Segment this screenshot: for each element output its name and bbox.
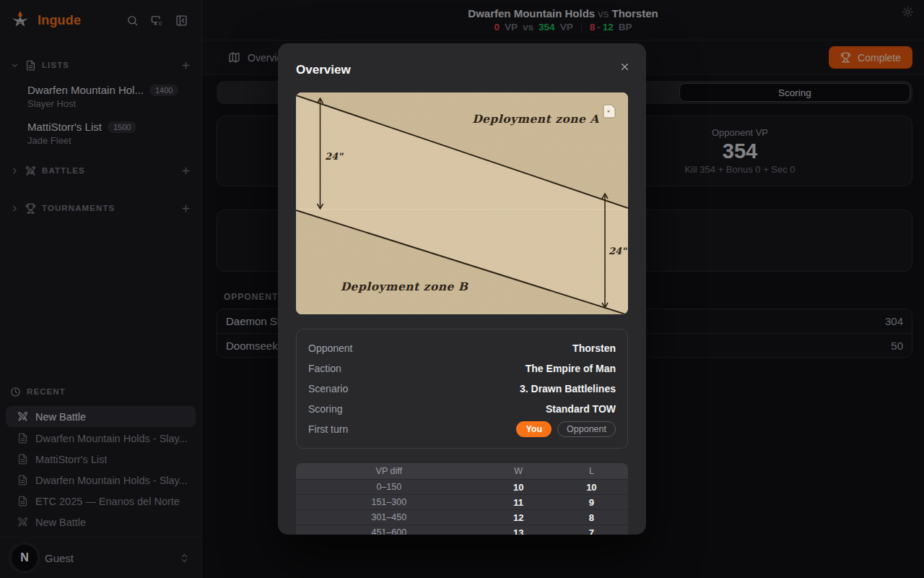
battle-details-card: Opponent Thorsten Faction The Empire of … bbox=[296, 329, 628, 449]
detail-row-scenario: Scenario 3. Drawn Battlelines bbox=[308, 379, 616, 399]
vp-range: 0–150 bbox=[296, 482, 482, 492]
modal-title: Overview bbox=[296, 61, 628, 79]
detail-value: The Empire of Man bbox=[526, 363, 616, 374]
w-value: 13 bbox=[482, 527, 555, 535]
detail-row-first-turn: First turn You Opponent bbox=[308, 419, 616, 439]
vp-range: 301–450 bbox=[296, 512, 482, 522]
table-row: 451–600 13 7 bbox=[296, 525, 628, 535]
detail-row-opponent: Opponent Thorsten bbox=[308, 338, 616, 358]
map-note-icon[interactable] bbox=[603, 105, 615, 118]
first-turn-you-button[interactable]: You bbox=[516, 421, 552, 437]
detail-label: Faction bbox=[308, 363, 341, 374]
overview-modal: Overview bbox=[278, 43, 646, 535]
measure-label-left: 24" bbox=[325, 151, 344, 162]
close-icon[interactable] bbox=[614, 56, 635, 77]
zone-a-label: Deployment zone A bbox=[472, 112, 599, 126]
vp-diff-table: VP diff W L 0–150 10 10 151–300 11 9 301… bbox=[296, 463, 628, 535]
detail-label: Scenario bbox=[308, 383, 348, 394]
w-value: 12 bbox=[482, 512, 555, 523]
vp-range: 451–600 bbox=[296, 527, 482, 535]
l-value: 7 bbox=[555, 527, 628, 535]
modal-header: Overview bbox=[278, 43, 646, 92]
detail-value: Standard TOW bbox=[546, 403, 616, 415]
table-row: 301–450 12 8 bbox=[296, 509, 628, 525]
detail-value: 3. Drawn Battlelines bbox=[520, 383, 616, 394]
detail-label: First turn bbox=[308, 423, 348, 435]
l-value: 8 bbox=[555, 512, 628, 523]
table-row: 151–300 11 9 bbox=[296, 494, 628, 509]
col-vp-diff: VP diff bbox=[296, 466, 482, 476]
l-value: 9 bbox=[555, 497, 628, 508]
measure-label-right: 24" bbox=[609, 246, 627, 256]
vp-table-header: VP diff W L bbox=[296, 463, 628, 479]
deployment-map: 24" 24" Deployment zone A Deployment zon… bbox=[296, 92, 628, 314]
detail-label: Scoring bbox=[308, 403, 342, 415]
table-row: 0–150 10 10 bbox=[296, 479, 628, 494]
zone-b-label: Deployment zone B bbox=[341, 280, 469, 293]
detail-row-scoring: Scoring Standard TOW bbox=[308, 399, 616, 419]
detail-row-faction: Faction The Empire of Man bbox=[308, 358, 616, 379]
w-value: 11 bbox=[482, 497, 555, 508]
detail-value: Thorsten bbox=[572, 342, 616, 354]
screen: Ingude 0 LISTS bbox=[0, 0, 924, 578]
detail-label: Opponent bbox=[308, 342, 353, 354]
col-l: L bbox=[555, 466, 628, 476]
col-w: W bbox=[482, 466, 555, 476]
w-value: 10 bbox=[482, 482, 555, 493]
l-value: 10 bbox=[555, 482, 628, 493]
first-turn-opponent-button[interactable]: Opponent bbox=[557, 421, 616, 437]
deployment-map-image: 24" 24" Deployment zone A Deployment zon… bbox=[296, 92, 628, 314]
vp-range: 151–300 bbox=[296, 497, 482, 507]
